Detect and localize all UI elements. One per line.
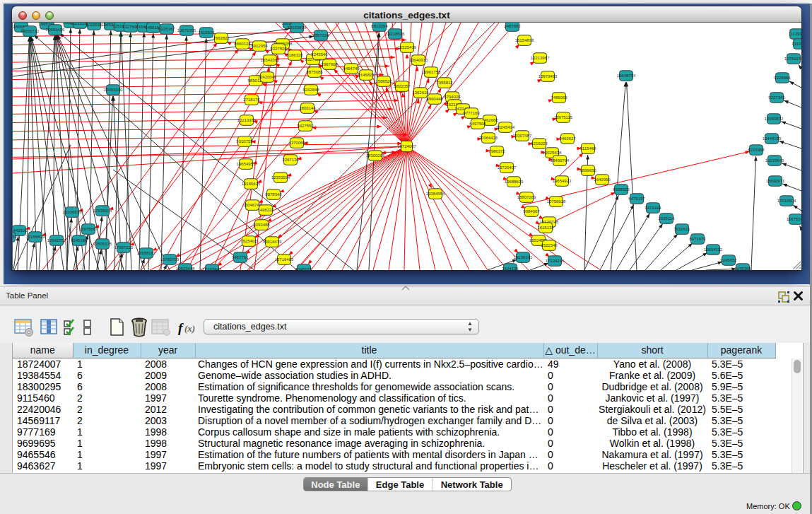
- svg-text:2718176: 2718176: [243, 98, 260, 102]
- svg-text:9146821: 9146821: [358, 73, 375, 77]
- svg-text:19654923: 19654923: [553, 179, 572, 183]
- svg-text:20364436: 20364436: [479, 136, 498, 140]
- svg-text:16914479: 16914479: [263, 240, 282, 244]
- svg-text:9427552: 9427552: [297, 124, 314, 128]
- svg-text:9227342: 9227342: [768, 95, 785, 100]
- svg-text:6479197: 6479197: [628, 197, 645, 201]
- svg-text:18807269: 18807269: [517, 195, 536, 199]
- svg-text:15692971: 15692971: [766, 179, 785, 183]
- svg-text:8899650: 8899650: [579, 168, 596, 173]
- svg-text:17010504: 17010504: [777, 199, 796, 203]
- svg-text:(x): (x): [184, 323, 195, 334]
- svg-text:8938923: 8938923: [613, 187, 630, 192]
- svg-text:1588520: 1588520: [375, 79, 392, 83]
- svg-text:13640910: 13640910: [409, 58, 428, 62]
- svg-text:16210643: 16210643: [765, 158, 784, 163]
- svg-text:16154838: 16154838: [515, 38, 534, 42]
- svg-text:6794024: 6794024: [444, 95, 461, 99]
- svg-text:2803144: 2803144: [299, 106, 316, 110]
- svg-text:13975115: 13975115: [554, 115, 573, 119]
- svg-text:9327503: 9327503: [270, 47, 287, 51]
- svg-text:19384554: 19384554: [426, 192, 445, 196]
- svg-text:20053340: 20053340: [104, 88, 123, 92]
- svg-text:10245434: 10245434: [496, 125, 515, 129]
- svg-text:16648754: 16648754: [617, 74, 636, 78]
- svg-text:12942757: 12942757: [47, 238, 66, 243]
- svg-text:12213369: 12213369: [237, 118, 257, 122]
- svg-text:f: f: [178, 320, 184, 335]
- svg-text:15751074: 15751074: [784, 57, 801, 61]
- svg-text:8215958: 8215958: [748, 148, 765, 152]
- svg-text:3915123: 3915123: [13, 235, 17, 239]
- svg-text:9245652: 9245652: [720, 258, 737, 262]
- svg-text:12505135: 12505135: [93, 242, 112, 246]
- svg-text:7515526: 7515526: [198, 30, 215, 35]
- svg-text:8813054: 8813054: [371, 24, 388, 28]
- svg-text:1312856: 1312856: [792, 42, 801, 46]
- svg-text:9084067: 9084067: [523, 209, 540, 214]
- svg-text:19166425: 19166425: [242, 182, 261, 186]
- svg-text:1498222: 1498222: [257, 208, 274, 212]
- svg-text:8878340: 8878340: [265, 192, 282, 197]
- svg-text:14055712: 14055712: [20, 29, 40, 33]
- svg-text:3875685: 3875685: [306, 70, 323, 74]
- svg-text:20206576: 20206576: [63, 210, 82, 214]
- svg-text:8660124: 8660124: [234, 42, 251, 46]
- svg-text:8454749: 8454749: [343, 66, 360, 71]
- svg-text:7955812: 7955812: [436, 81, 453, 85]
- svg-text:7625402: 7625402: [240, 239, 257, 243]
- svg-text:8186328: 8186328: [286, 53, 303, 57]
- svg-text:10973493: 10973493: [539, 74, 558, 78]
- svg-text:1019536: 1019536: [86, 23, 102, 27]
- svg-text:8912954: 8912954: [251, 44, 268, 48]
- svg-text:10025438: 10025438: [543, 151, 562, 155]
- svg-text:9457791: 9457791: [232, 255, 249, 259]
- svg-text:13975887: 13975887: [79, 227, 98, 231]
- svg-text:19654953: 19654953: [237, 162, 256, 166]
- svg-text:1443501: 1443501: [13, 228, 28, 233]
- svg-text:12444159: 12444159: [763, 136, 782, 141]
- svg-text:12093872: 12093872: [765, 117, 784, 121]
- svg-text:7663822: 7663822: [213, 36, 230, 40]
- svg-text:7485063: 7485063: [551, 95, 567, 100]
- svg-text:11325419: 11325419: [398, 45, 417, 49]
- svg-text:4170060: 4170060: [288, 141, 305, 145]
- svg-text:12823448: 12823448: [176, 267, 195, 270]
- svg-text:1362615: 1362615: [412, 90, 429, 95]
- svg-text:10654112: 10654112: [704, 247, 723, 252]
- svg-text:12939904: 12939904: [93, 209, 112, 213]
- svg-text:9329966: 9329966: [774, 76, 791, 80]
- svg-text:1524136: 1524136: [502, 267, 519, 270]
- svg-text:12353594: 12353594: [271, 175, 290, 180]
- svg-text:7986372: 7986372: [488, 149, 505, 153]
- svg-text:5822057: 5822057: [394, 84, 411, 88]
- svg-text:11675342: 11675342: [787, 217, 801, 221]
- svg-text:12213967: 12213967: [531, 56, 550, 60]
- svg-text:10671355: 10671355: [177, 28, 196, 33]
- svg-text:8990448: 8990448: [426, 97, 443, 101]
- svg-text:15720407: 15720407: [498, 165, 517, 170]
- svg-text:2243546: 2243546: [311, 52, 328, 57]
- svg-text:10033809: 10033809: [288, 25, 307, 30]
- svg-text:9245365: 9245365: [734, 267, 751, 270]
- svg-text:1145194: 1145194: [71, 238, 88, 243]
- svg-text:9242848: 9242848: [302, 88, 319, 92]
- svg-text:7632621: 7632621: [673, 227, 690, 231]
- svg-text:12156829: 12156829: [26, 235, 45, 239]
- svg-text:2935114: 2935114: [659, 216, 676, 221]
- svg-text:17957225: 17957225: [114, 245, 134, 250]
- svg-text:6497508: 6497508: [469, 122, 486, 126]
- svg-text:18495764: 18495764: [551, 158, 570, 163]
- svg-text:9115460: 9115460: [580, 146, 597, 151]
- svg-text:16961758: 16961758: [422, 70, 441, 74]
- svg-text:1112934: 1112934: [789, 32, 801, 36]
- svg-text:1010753: 1010753: [236, 139, 253, 144]
- svg-text:19136141: 19136141: [514, 255, 533, 259]
- svg-text:9245072: 9245072: [295, 267, 312, 270]
- svg-text:9777169: 9777169: [463, 111, 480, 115]
- svg-text:16782759: 16782759: [160, 257, 180, 262]
- svg-text:9463627: 9463627: [559, 136, 576, 141]
- svg-text:8235167: 8235167: [158, 27, 175, 31]
- svg-text:22420046: 22420046: [258, 75, 277, 79]
- svg-text:18724007: 18724007: [397, 144, 416, 148]
